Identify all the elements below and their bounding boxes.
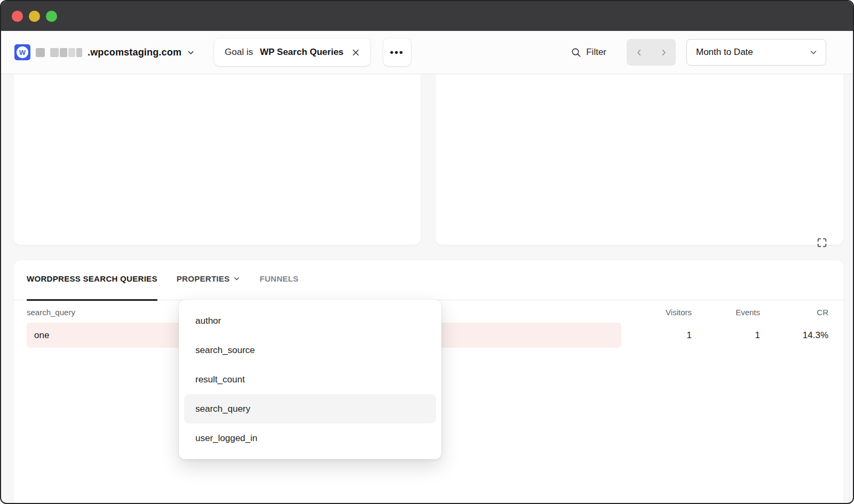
properties-dropdown-menu: author search_source result_count search… bbox=[179, 300, 441, 459]
chart-card-left bbox=[14, 74, 421, 245]
tab-wordpress-search-queries[interactable]: WORDPRESS SEARCH QUERIES bbox=[27, 274, 157, 300]
tab-properties[interactable]: PROPERTIES bbox=[177, 274, 241, 300]
window-minimize-button[interactable] bbox=[29, 11, 40, 22]
site-domain: .wpcomstaging.com bbox=[88, 47, 181, 58]
date-range-value: Month to Date bbox=[696, 47, 753, 58]
report-tabs: WORDPRESS SEARCH QUERIES PROPERTIES FUNN… bbox=[14, 260, 843, 300]
row-cr: 14.3% bbox=[760, 330, 828, 341]
site-selector[interactable]: W .wpcomstaging.com bbox=[14, 44, 195, 60]
filter-button-label: Filter bbox=[586, 47, 606, 58]
more-filters-button[interactable]: ••• bbox=[383, 38, 411, 66]
remove-filter-icon[interactable] bbox=[352, 49, 360, 57]
menu-item-search-query[interactable]: search_query bbox=[184, 394, 436, 423]
window-zoom-button[interactable] bbox=[46, 11, 57, 22]
date-nav bbox=[627, 39, 676, 66]
site-favicon bbox=[36, 48, 45, 57]
goal-filter-value: WP Search Queries bbox=[260, 47, 344, 58]
expand-fullscreen-icon[interactable] bbox=[816, 236, 828, 249]
tab-funnels[interactable]: FUNNELS bbox=[259, 274, 298, 300]
wordpress-logo-letter: W bbox=[17, 46, 28, 58]
row-visitors: 1 bbox=[623, 330, 692, 341]
column-header-cr: CR bbox=[760, 308, 828, 317]
date-next-button[interactable] bbox=[651, 39, 676, 66]
tab-label: WORDPRESS SEARCH QUERIES bbox=[27, 274, 157, 283]
menu-item-result-count[interactable]: result_count bbox=[184, 365, 436, 394]
window-titlebar bbox=[1, 1, 853, 31]
search-icon bbox=[571, 47, 581, 58]
column-header-visitors: Visitors bbox=[623, 308, 692, 317]
goal-filter-prefix: Goal is bbox=[225, 47, 253, 58]
menu-item-search-source[interactable]: search_source bbox=[184, 335, 436, 365]
app-window: W .wpcomstaging.com Goal is WP Search Qu… bbox=[0, 0, 854, 504]
menu-item-user-logged-in[interactable]: user_logged_in bbox=[184, 423, 436, 453]
menu-item-author[interactable]: author bbox=[184, 306, 436, 335]
wordpress-icon: W bbox=[14, 44, 30, 60]
column-header-events: Events bbox=[692, 308, 760, 317]
window-close-button[interactable] bbox=[12, 11, 23, 22]
chart-card-right bbox=[436, 74, 843, 245]
tab-label: PROPERTIES bbox=[177, 274, 230, 283]
date-range-picker[interactable]: Month to Date bbox=[686, 39, 826, 66]
goal-filter-pill[interactable]: Goal is WP Search Queries bbox=[214, 38, 370, 66]
tab-label: FUNNELS bbox=[259, 274, 298, 283]
row-events: 1 bbox=[692, 330, 760, 341]
filter-button[interactable]: Filter bbox=[571, 47, 606, 58]
chevron-down-icon bbox=[809, 48, 818, 57]
analytics-topbar: W .wpcomstaging.com Goal is WP Search Qu… bbox=[1, 31, 853, 74]
chevron-down-icon bbox=[233, 275, 240, 282]
date-prev-button[interactable] bbox=[627, 39, 651, 66]
redacted-site-name bbox=[50, 48, 82, 57]
chevron-down-icon bbox=[187, 49, 195, 57]
